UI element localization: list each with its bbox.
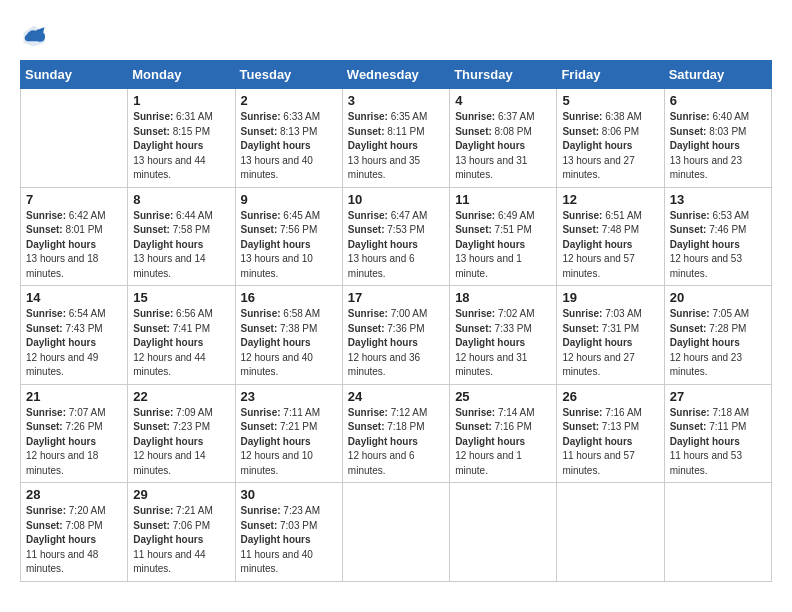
day-info: Sunrise: 7:18 AMSunset: 7:11 PMDaylight … — [670, 406, 766, 479]
day-info: Sunrise: 7:05 AMSunset: 7:28 PMDaylight … — [670, 307, 766, 380]
day-info: Sunrise: 6:54 AMSunset: 7:43 PMDaylight … — [26, 307, 122, 380]
calendar-cell: 7Sunrise: 6:42 AMSunset: 8:01 PMDaylight… — [21, 187, 128, 286]
day-number: 10 — [348, 192, 444, 207]
day-info: Sunrise: 6:38 AMSunset: 8:06 PMDaylight … — [562, 110, 658, 183]
col-thursday: Thursday — [450, 61, 557, 89]
calendar-cell: 15Sunrise: 6:56 AMSunset: 7:41 PMDayligh… — [128, 286, 235, 385]
calendar-cell: 25Sunrise: 7:14 AMSunset: 7:16 PMDayligh… — [450, 384, 557, 483]
calendar-cell — [342, 483, 449, 582]
day-number: 8 — [133, 192, 229, 207]
day-info: Sunrise: 6:58 AMSunset: 7:38 PMDaylight … — [241, 307, 337, 380]
logo — [20, 22, 52, 50]
calendar-cell: 12Sunrise: 6:51 AMSunset: 7:48 PMDayligh… — [557, 187, 664, 286]
day-number: 2 — [241, 93, 337, 108]
calendar-cell: 17Sunrise: 7:00 AMSunset: 7:36 PMDayligh… — [342, 286, 449, 385]
calendar-cell: 10Sunrise: 6:47 AMSunset: 7:53 PMDayligh… — [342, 187, 449, 286]
calendar-cell: 11Sunrise: 6:49 AMSunset: 7:51 PMDayligh… — [450, 187, 557, 286]
day-info: Sunrise: 6:51 AMSunset: 7:48 PMDaylight … — [562, 209, 658, 282]
day-info: Sunrise: 6:45 AMSunset: 7:56 PMDaylight … — [241, 209, 337, 282]
calendar-cell: 23Sunrise: 7:11 AMSunset: 7:21 PMDayligh… — [235, 384, 342, 483]
week-row-2: 7Sunrise: 6:42 AMSunset: 8:01 PMDaylight… — [21, 187, 772, 286]
day-number: 26 — [562, 389, 658, 404]
week-row-1: 1Sunrise: 6:31 AMSunset: 8:15 PMDaylight… — [21, 89, 772, 188]
calendar-cell: 19Sunrise: 7:03 AMSunset: 7:31 PMDayligh… — [557, 286, 664, 385]
calendar-cell: 1Sunrise: 6:31 AMSunset: 8:15 PMDaylight… — [128, 89, 235, 188]
calendar-cell — [450, 483, 557, 582]
day-info: Sunrise: 7:00 AMSunset: 7:36 PMDaylight … — [348, 307, 444, 380]
col-monday: Monday — [128, 61, 235, 89]
day-info: Sunrise: 6:42 AMSunset: 8:01 PMDaylight … — [26, 209, 122, 282]
day-number: 5 — [562, 93, 658, 108]
day-number: 24 — [348, 389, 444, 404]
day-number: 3 — [348, 93, 444, 108]
day-info: Sunrise: 7:16 AMSunset: 7:13 PMDaylight … — [562, 406, 658, 479]
header — [20, 18, 772, 50]
day-info: Sunrise: 7:23 AMSunset: 7:03 PMDaylight … — [241, 504, 337, 577]
day-info: Sunrise: 7:11 AMSunset: 7:21 PMDaylight … — [241, 406, 337, 479]
calendar-cell: 18Sunrise: 7:02 AMSunset: 7:33 PMDayligh… — [450, 286, 557, 385]
day-info: Sunrise: 6:47 AMSunset: 7:53 PMDaylight … — [348, 209, 444, 282]
calendar-cell: 16Sunrise: 6:58 AMSunset: 7:38 PMDayligh… — [235, 286, 342, 385]
day-info: Sunrise: 7:14 AMSunset: 7:16 PMDaylight … — [455, 406, 551, 479]
day-info: Sunrise: 6:33 AMSunset: 8:13 PMDaylight … — [241, 110, 337, 183]
calendar-cell: 9Sunrise: 6:45 AMSunset: 7:56 PMDaylight… — [235, 187, 342, 286]
day-info: Sunrise: 7:02 AMSunset: 7:33 PMDaylight … — [455, 307, 551, 380]
calendar-cell: 28Sunrise: 7:20 AMSunset: 7:08 PMDayligh… — [21, 483, 128, 582]
day-number: 23 — [241, 389, 337, 404]
week-row-3: 14Sunrise: 6:54 AMSunset: 7:43 PMDayligh… — [21, 286, 772, 385]
day-number: 15 — [133, 290, 229, 305]
day-number: 29 — [133, 487, 229, 502]
day-number: 17 — [348, 290, 444, 305]
day-info: Sunrise: 6:37 AMSunset: 8:08 PMDaylight … — [455, 110, 551, 183]
day-number: 25 — [455, 389, 551, 404]
calendar-cell: 24Sunrise: 7:12 AMSunset: 7:18 PMDayligh… — [342, 384, 449, 483]
day-number: 28 — [26, 487, 122, 502]
day-number: 18 — [455, 290, 551, 305]
week-row-5: 28Sunrise: 7:20 AMSunset: 7:08 PMDayligh… — [21, 483, 772, 582]
day-number: 22 — [133, 389, 229, 404]
day-number: 19 — [562, 290, 658, 305]
day-info: Sunrise: 6:40 AMSunset: 8:03 PMDaylight … — [670, 110, 766, 183]
calendar-cell — [21, 89, 128, 188]
day-info: Sunrise: 7:20 AMSunset: 7:08 PMDaylight … — [26, 504, 122, 577]
calendar-cell: 6Sunrise: 6:40 AMSunset: 8:03 PMDaylight… — [664, 89, 771, 188]
day-info: Sunrise: 6:56 AMSunset: 7:41 PMDaylight … — [133, 307, 229, 380]
day-number: 14 — [26, 290, 122, 305]
day-number: 6 — [670, 93, 766, 108]
calendar: Sunday Monday Tuesday Wednesday Thursday… — [20, 60, 772, 582]
calendar-cell — [664, 483, 771, 582]
day-number: 7 — [26, 192, 122, 207]
day-number: 27 — [670, 389, 766, 404]
calendar-cell: 29Sunrise: 7:21 AMSunset: 7:06 PMDayligh… — [128, 483, 235, 582]
calendar-cell: 21Sunrise: 7:07 AMSunset: 7:26 PMDayligh… — [21, 384, 128, 483]
day-info: Sunrise: 7:09 AMSunset: 7:23 PMDaylight … — [133, 406, 229, 479]
col-sunday: Sunday — [21, 61, 128, 89]
day-number: 16 — [241, 290, 337, 305]
calendar-cell: 4Sunrise: 6:37 AMSunset: 8:08 PMDaylight… — [450, 89, 557, 188]
day-info: Sunrise: 7:03 AMSunset: 7:31 PMDaylight … — [562, 307, 658, 380]
day-info: Sunrise: 6:44 AMSunset: 7:58 PMDaylight … — [133, 209, 229, 282]
day-number: 1 — [133, 93, 229, 108]
calendar-cell: 3Sunrise: 6:35 AMSunset: 8:11 PMDaylight… — [342, 89, 449, 188]
day-number: 13 — [670, 192, 766, 207]
col-saturday: Saturday — [664, 61, 771, 89]
day-info: Sunrise: 6:53 AMSunset: 7:46 PMDaylight … — [670, 209, 766, 282]
calendar-cell: 22Sunrise: 7:09 AMSunset: 7:23 PMDayligh… — [128, 384, 235, 483]
day-info: Sunrise: 6:35 AMSunset: 8:11 PMDaylight … — [348, 110, 444, 183]
day-number: 4 — [455, 93, 551, 108]
logo-icon — [20, 22, 48, 50]
day-info: Sunrise: 7:07 AMSunset: 7:26 PMDaylight … — [26, 406, 122, 479]
calendar-cell: 5Sunrise: 6:38 AMSunset: 8:06 PMDaylight… — [557, 89, 664, 188]
col-friday: Friday — [557, 61, 664, 89]
calendar-cell: 2Sunrise: 6:33 AMSunset: 8:13 PMDaylight… — [235, 89, 342, 188]
day-info: Sunrise: 7:21 AMSunset: 7:06 PMDaylight … — [133, 504, 229, 577]
col-tuesday: Tuesday — [235, 61, 342, 89]
calendar-cell: 30Sunrise: 7:23 AMSunset: 7:03 PMDayligh… — [235, 483, 342, 582]
day-number: 30 — [241, 487, 337, 502]
calendar-cell: 8Sunrise: 6:44 AMSunset: 7:58 PMDaylight… — [128, 187, 235, 286]
calendar-header-row: Sunday Monday Tuesday Wednesday Thursday… — [21, 61, 772, 89]
page: Sunday Monday Tuesday Wednesday Thursday… — [0, 0, 792, 612]
day-number: 21 — [26, 389, 122, 404]
day-number: 20 — [670, 290, 766, 305]
calendar-cell: 14Sunrise: 6:54 AMSunset: 7:43 PMDayligh… — [21, 286, 128, 385]
